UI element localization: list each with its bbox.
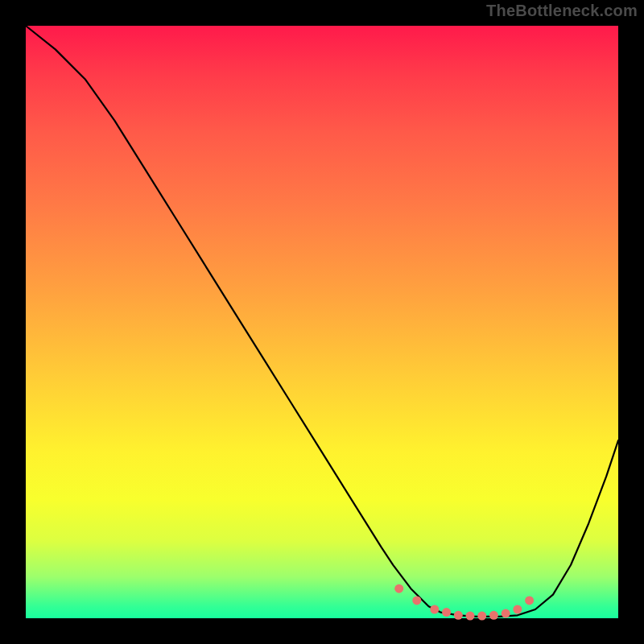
plot-area bbox=[26, 26, 618, 618]
optimal-dot bbox=[513, 605, 522, 614]
optimal-dot bbox=[525, 596, 534, 605]
optimal-dot bbox=[394, 584, 403, 593]
bottleneck-curve bbox=[26, 26, 618, 617]
curve-svg bbox=[26, 26, 618, 618]
optimal-dot bbox=[477, 612, 486, 621]
optimal-dot bbox=[430, 605, 439, 614]
chart-frame: TheBottleneck.com bbox=[0, 0, 644, 644]
optimal-dot bbox=[412, 596, 421, 605]
optimal-dot bbox=[489, 611, 498, 620]
watermark-text: TheBottleneck.com bbox=[486, 2, 638, 20]
optimal-dot bbox=[502, 609, 510, 618]
optimal-dot bbox=[442, 608, 451, 617]
optimal-dot bbox=[454, 611, 463, 620]
optimal-dot bbox=[466, 612, 475, 621]
